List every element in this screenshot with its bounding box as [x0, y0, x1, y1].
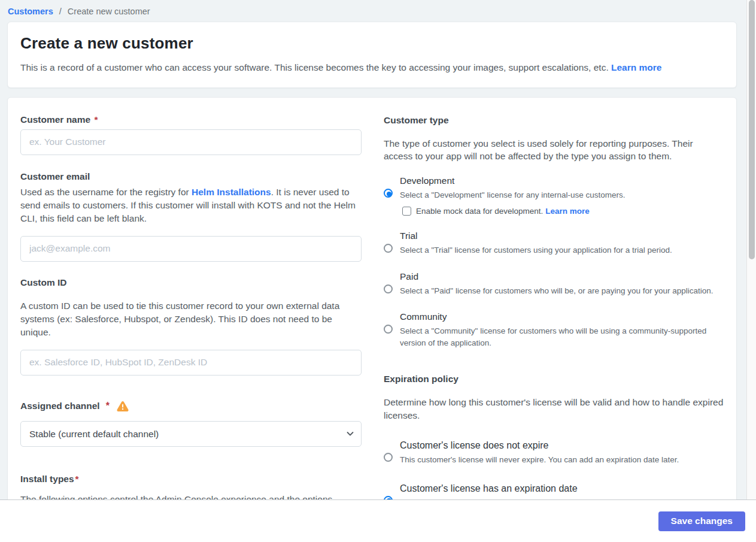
- customer-email-label: Customer email: [20, 171, 362, 182]
- save-changes-button[interactable]: Save changes: [658, 511, 745, 531]
- development-radio[interactable]: [384, 189, 393, 198]
- trial-option-title: Trial: [400, 230, 724, 242]
- paid-option-title: Paid: [400, 271, 724, 283]
- assigned-channel-label-row: Assigned channel *: [20, 401, 362, 411]
- page-description: This is a record of a customer who can a…: [20, 61, 723, 74]
- customer-type-option-trial: Trial Select a "Trial" license for custo…: [384, 230, 724, 256]
- breadcrumb-separator: /: [59, 7, 62, 16]
- custom-id-label: Custom ID: [20, 277, 362, 288]
- customer-type-option-paid: Paid Select a "Paid" license for custome…: [384, 271, 724, 297]
- trial-radio[interactable]: [384, 244, 393, 253]
- header-learn-more-link[interactable]: Learn more: [611, 62, 661, 72]
- required-asterisk: *: [94, 114, 98, 125]
- assigned-channel-select-wrap: Stable (current default channel): [20, 421, 362, 447]
- mock-data-checkbox[interactable]: [402, 207, 411, 216]
- custom-id-input[interactable]: [20, 350, 362, 376]
- no-expire-option-description: This customer's license will never expir…: [400, 454, 724, 466]
- custom-id-help: A custom ID can be used to tie this cust…: [20, 299, 362, 339]
- helm-installations-link[interactable]: Helm Installations: [192, 187, 271, 197]
- assigned-channel-label: Assigned channel: [20, 401, 100, 411]
- paid-option-description: Select a "Paid" license for customers wh…: [400, 285, 724, 297]
- mock-data-checkbox-label-text: Enable mock data for development.: [416, 207, 545, 216]
- expiration-policy-heading: Expiration policy: [384, 374, 724, 384]
- create-customer-form: Customer name * Customer email Used as t…: [7, 97, 737, 542]
- install-types-label-text: Install types: [20, 474, 74, 484]
- form-right-column: Customer type The type of customer you s…: [384, 114, 724, 508]
- customer-email-help: Used as the username for the registry fo…: [20, 186, 362, 225]
- paid-radio[interactable]: [384, 284, 393, 293]
- customer-name-label-text: Customer name: [20, 114, 90, 125]
- customer-type-option-community: Community Select a "Community" license f…: [384, 311, 724, 349]
- no-expire-option-title: Customer's license does not expire: [400, 439, 724, 452]
- breadcrumb-current: Create new customer: [68, 7, 150, 16]
- customer-type-heading: Customer type: [384, 115, 724, 126]
- has-expiration-option-title: Customer's license has an expiration dat…: [400, 482, 724, 495]
- page-description-text: This is a record of a customer who can a…: [20, 62, 609, 72]
- community-option-title: Community: [400, 311, 724, 323]
- expiration-option-no-expire: Customer's license does not expire This …: [384, 439, 724, 466]
- required-asterisk: *: [75, 474, 79, 484]
- warning-icon: [117, 401, 129, 411]
- page-title: Create a new customer: [20, 34, 723, 53]
- header-card: Create a new customer This is a record o…: [7, 22, 737, 88]
- footer-bar: Save changes: [0, 499, 756, 542]
- customer-name-input[interactable]: [20, 129, 362, 155]
- development-option-title: Development: [400, 175, 724, 187]
- customer-type-description: The type of customer you select is used …: [384, 137, 724, 163]
- breadcrumb: Customers / Create new customer: [0, 0, 746, 16]
- customer-type-option-development: Development Select a "Development" licen…: [384, 175, 724, 216]
- community-radio[interactable]: [384, 325, 393, 334]
- customer-email-input[interactable]: [20, 236, 362, 262]
- mock-data-learn-more-link[interactable]: Learn more: [545, 207, 590, 216]
- required-asterisk: *: [106, 401, 110, 411]
- no-expire-radio[interactable]: [384, 453, 393, 462]
- page-content: Customers / Create new customer Create a…: [0, 0, 746, 542]
- trial-option-description: Select a "Trial" license for customers u…: [400, 244, 724, 256]
- development-option-description: Select a "Development" license for any i…: [400, 189, 724, 201]
- customer-email-help-text: Used as the username for the registry fo…: [20, 187, 192, 197]
- vertical-scrollbar[interactable]: [746, 0, 756, 499]
- form-left-column: Customer name * Customer email Used as t…: [20, 114, 362, 519]
- expiration-policy-description: Determine how long this customer's licen…: [384, 396, 724, 422]
- mock-data-checkbox-row: Enable mock data for development. Learn …: [402, 207, 724, 216]
- install-types-label: Install types*: [20, 474, 362, 485]
- mock-data-checkbox-label: Enable mock data for development. Learn …: [416, 207, 590, 216]
- customer-name-label: Customer name *: [20, 114, 362, 125]
- assigned-channel-select[interactable]: Stable (current default channel): [20, 421, 362, 447]
- breadcrumb-customers-link[interactable]: Customers: [8, 7, 53, 16]
- scrollbar-thumb[interactable]: [749, 0, 755, 259]
- community-option-description: Select a "Community" license for custome…: [400, 325, 724, 349]
